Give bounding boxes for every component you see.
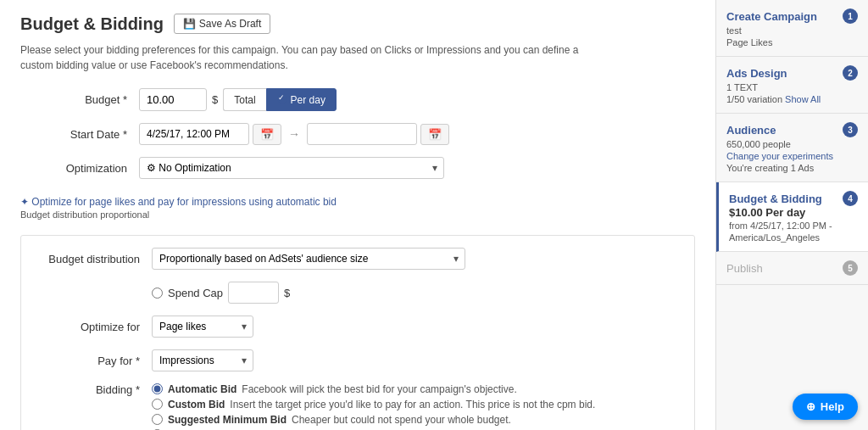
sidebar-step-3-ads: You're creating 1 Ads — [726, 163, 858, 173]
sidebar-step-1-sub1: test — [726, 25, 858, 36]
save-draft-button[interactable]: 💾 Save As Draft — [174, 14, 270, 34]
spend-cap-currency: $ — [284, 287, 290, 299]
sidebar-step-5-badge: 5 — [843, 260, 858, 276]
page-likes-link[interactable]: page likes — [89, 196, 135, 208]
bidding-automatic-label: Automatic Bid — [168, 383, 236, 395]
start-date-input[interactable] — [139, 123, 249, 145]
budget-dist-select-wrap: Proportionally based on AdSets' audience… — [152, 248, 465, 270]
hint-subtext: Budget distribution proportional — [20, 209, 695, 220]
spend-cap-radio[interactable] — [152, 288, 163, 299]
optimization-label: Optimization — [20, 162, 139, 175]
sidebar-item-budget[interactable]: Budget & Bidding 4 $10.00 Per day from 4… — [716, 182, 868, 252]
hint-text: ✦ Optimize for page likes and pay for im… — [20, 196, 695, 208]
budget-label: Budget * — [20, 93, 139, 106]
show-all-link[interactable]: Show All — [785, 94, 821, 104]
optimize-for-label: Optimize for — [33, 321, 152, 333]
sidebar-step-3-change: Change your experiments — [726, 151, 858, 161]
save-icon: 💾 — [183, 18, 196, 30]
bidding-option-automatic: Automatic Bid Facebook will pick the bes… — [152, 383, 595, 395]
sidebar-step-4-badge: 4 — [843, 191, 858, 206]
bidding-custom-label: Custom Bid — [168, 399, 225, 410]
start-date-row: Start Date * 📅 → 📅 — [20, 123, 695, 145]
main-content: Budget & Bidding 💾 Save As Draft Please … — [0, 0, 715, 430]
bidding-suggested-min-radio[interactable] — [152, 414, 163, 425]
sidebar-step-5-label: Publish — [726, 262, 763, 275]
optimization-select[interactable]: ⚙ No Optimization — [139, 157, 444, 179]
sidebar-step-2-badge: 2 — [843, 65, 858, 81]
bidding-custom-radio[interactable] — [152, 399, 163, 410]
bidding-option-custom: Custom Bid Insert the target price you'd… — [152, 399, 595, 410]
sidebar-step-4-label: Budget & Bidding — [729, 193, 822, 205]
sidebar-budget-detail2: America/Los_Angeles — [729, 232, 858, 243]
sidebar-step-3-label: Audience — [726, 124, 776, 137]
sidebar-step-2-label: Ads Design — [726, 67, 787, 80]
bidding-label: Bidding * — [33, 383, 152, 396]
bidding-option-suggested-min: Suggested Minimum Bid Cheaper but could … — [152, 414, 595, 426]
save-draft-label: Save As Draft — [199, 18, 261, 30]
bidding-suggested-min-label: Suggested Minimum Bid — [168, 414, 287, 426]
bidding-row: Bidding * Automatic Bid Facebook will pi… — [33, 383, 682, 430]
sidebar-item-ads-design[interactable]: Ads Design 2 1 TEXT 1/50 variation Show … — [716, 57, 868, 114]
arrow-icon: → — [288, 127, 300, 141]
spend-cap-input[interactable] — [228, 282, 279, 304]
sidebar-step-1-sub2: Page Likes — [726, 37, 858, 47]
sidebar-item-audience[interactable]: Audience 3 650,000 people Change your ex… — [716, 114, 868, 182]
budget-dist-section: Budget distribution Proportionally based… — [20, 235, 695, 430]
budget-toggle-group: Total Per day — [223, 88, 337, 111]
sidebar-step-5-title: Publish 5 — [726, 260, 858, 276]
optimize-for-select-wrap: Page likes — [152, 316, 253, 338]
sidebar-step-3-title: Audience 3 — [726, 122, 858, 137]
sidebar-step-3-people: 650,000 people — [726, 139, 858, 149]
help-button[interactable]: ⊕ Help — [793, 394, 858, 420]
bidding-custom-desc: Insert the target price you'd like to pa… — [230, 399, 595, 410]
bidding-automatic-desc: Facebook will pick the best bid for your… — [242, 383, 516, 395]
optimization-row: Optimization ⚙ No Optimization — [20, 157, 695, 179]
currency-symbol: $ — [212, 93, 218, 106]
start-calendar-icon[interactable]: 📅 — [253, 124, 281, 145]
sidebar-budget-detail1: from 4/25/17, 12:00 PM - — [729, 221, 858, 231]
pay-for-row: Pay for * Impressions — [33, 349, 682, 371]
page-description: Please select your bidding preferences f… — [20, 42, 614, 73]
sidebar-item-create-campaign[interactable]: Create Campaign 1 test Page Likes — [716, 0, 868, 57]
pay-for-label: Pay for * — [33, 355, 152, 367]
spend-cap-label: Spend Cap — [168, 287, 223, 299]
budget-input[interactable] — [139, 88, 207, 111]
sidebar-step-3-badge: 3 — [843, 122, 858, 137]
budget-dist-select[interactable]: Proportionally based on AdSets' audience… — [152, 248, 465, 270]
sidebar-step-2-sub1: 1 TEXT — [726, 82, 858, 92]
per-day-button[interactable]: Per day — [266, 88, 337, 111]
budget-dist-label: Budget distribution — [33, 253, 152, 265]
sidebar-step-1-title: Create Campaign 1 — [726, 8, 858, 24]
optimization-select-wrap: ⚙ No Optimization — [139, 157, 444, 179]
sidebar-budget-amount: $10.00 Per day — [729, 206, 858, 219]
spend-cap-controls: Spend Cap $ — [152, 282, 290, 304]
pay-for-select[interactable]: Impressions — [152, 349, 253, 371]
optimize-for-row: Optimize for Page likes — [33, 316, 682, 338]
sidebar-step-4-title: Budget & Bidding 4 — [729, 191, 858, 206]
end-calendar-icon[interactable]: 📅 — [420, 124, 449, 145]
bidding-automatic-radio[interactable] — [152, 383, 163, 394]
sidebar-step-2-title: Ads Design 2 — [726, 65, 858, 81]
spend-cap-row: Spend Cap $ — [33, 282, 682, 304]
start-date-label: Start Date * — [20, 128, 139, 141]
sidebar-item-publish[interactable]: Publish 5 — [716, 252, 868, 285]
help-label: Help — [821, 400, 844, 413]
start-date-controls: 📅 → 📅 — [139, 123, 449, 145]
sidebar: Create Campaign 1 test Page Likes Ads De… — [715, 0, 868, 430]
sidebar-step-2-variation: 1/50 variation Show All — [726, 94, 858, 104]
automatic-bid-link[interactable]: automatic bid — [276, 196, 337, 208]
budget-dist-row: Budget distribution Proportionally based… — [33, 248, 682, 270]
budget-controls: $ Total Per day — [139, 88, 337, 111]
hint-row: ✦ Optimize for page likes and pay for im… — [20, 191, 695, 225]
page-header: Budget & Bidding 💾 Save As Draft — [20, 14, 695, 34]
sidebar-step-1-label: Create Campaign — [726, 10, 817, 23]
sidebar-step-1-badge: 1 — [843, 8, 858, 24]
total-button[interactable]: Total — [223, 88, 265, 111]
bidding-options: Automatic Bid Facebook will pick the bes… — [152, 383, 595, 430]
change-experiments-link[interactable]: Change your experiments — [726, 151, 833, 161]
end-date-input[interactable] — [307, 123, 417, 145]
help-icon: ⊕ — [806, 400, 815, 413]
optimize-for-select[interactable]: Page likes — [152, 316, 253, 338]
pay-for-select-wrap: Impressions — [152, 349, 253, 371]
impressions-link[interactable]: impressions — [192, 196, 246, 208]
